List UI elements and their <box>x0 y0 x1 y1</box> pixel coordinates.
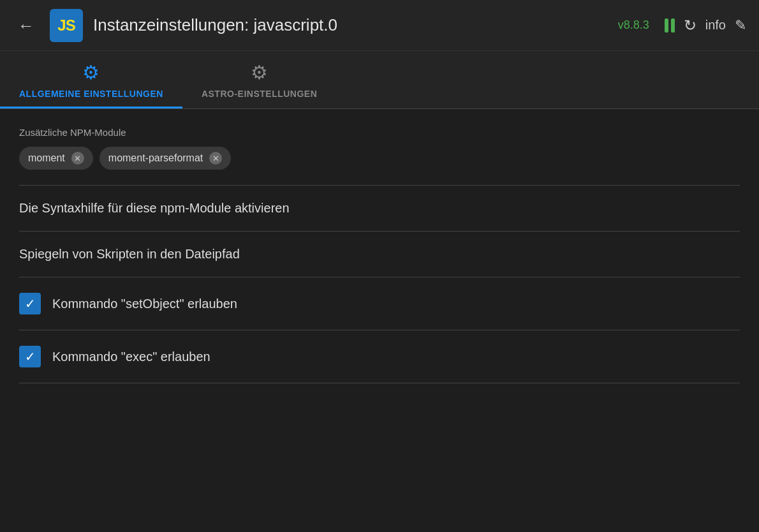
tags-container: moment ✕ moment-parseformat ✕ <box>19 147 740 170</box>
info-label: info <box>705 18 726 33</box>
tab-allgemeine[interactable]: ⚙ ALLGEMEINE EINSTELLUNGEN <box>0 51 182 108</box>
checkmark-exec: ✓ <box>25 350 36 363</box>
checkbox-setobject-label: Kommando "setObject" erlauben <box>52 297 237 311</box>
checkbox-row-setobject: ✓ Kommando "setObject" erlauben <box>19 293 740 314</box>
tag-moment-parseformat: moment-parseformat ✕ <box>99 147 232 170</box>
mirror-scripts-title: Spiegeln von Skripten in den Dateipfad <box>19 247 740 262</box>
tab-astro[interactable]: ⚙ ASTRO-EINSTELLUNGEN <box>182 51 336 108</box>
tag-moment-parseformat-remove[interactable]: ✕ <box>209 152 222 165</box>
section-setobject: ✓ Kommando "setObject" erlauben <box>19 277 740 330</box>
checkbox-exec-label: Kommando "exec" erlauben <box>52 350 210 364</box>
main-content: Zusätzliche NPM-Module moment ✕ moment-p… <box>0 109 759 401</box>
tag-moment-remove[interactable]: ✕ <box>71 152 84 165</box>
tab-astro-icon: ⚙ <box>251 61 268 84</box>
tab-astro-label: ASTRO-EINSTELLUNGEN <box>202 89 317 99</box>
checkmark-setobject: ✓ <box>25 297 36 310</box>
checkbox-setobject[interactable]: ✓ <box>19 293 41 314</box>
page-title: Instanzeinstellungen: javascript.0 <box>93 15 608 35</box>
tag-moment-text: moment <box>28 152 65 164</box>
version-badge: v8.8.3 <box>618 18 649 32</box>
tag-moment: moment ✕ <box>19 147 93 170</box>
pause-button[interactable] <box>665 18 675 33</box>
header-actions: ↻ info ✎ <box>665 17 746 34</box>
syntax-help-title: Die Syntaxhilfe für diese npm-Module akt… <box>19 201 740 216</box>
back-button[interactable]: ← <box>13 15 40 36</box>
edit-button[interactable]: ✎ <box>735 17 746 34</box>
section-syntax-help: Die Syntaxhilfe für diese npm-Module akt… <box>19 186 740 232</box>
section-exec: ✓ Kommando "exec" erlauben <box>19 330 740 383</box>
refresh-button[interactable]: ↻ <box>684 18 696 33</box>
pause-bar-right <box>671 18 675 33</box>
tabs-nav: ⚙ ALLGEMEINE EINSTELLUNGEN ⚙ ASTRO-EINST… <box>0 51 759 109</box>
pause-bar-left <box>665 18 668 33</box>
app-header: ← JS Instanzeinstellungen: javascript.0 … <box>0 0 759 51</box>
section-mirror-scripts: Spiegeln von Skripten in den Dateipfad <box>19 232 740 277</box>
checkbox-exec[interactable]: ✓ <box>19 346 41 367</box>
tag-moment-parseformat-text: moment-parseformat <box>108 152 203 164</box>
npm-modules-label: Zusätzliche NPM-Module <box>19 127 740 138</box>
js-logo: JS <box>50 9 83 42</box>
section-npm-modules: Zusätzliche NPM-Module moment ✕ moment-p… <box>19 127 740 186</box>
checkbox-row-exec: ✓ Kommando "exec" erlauben <box>19 346 740 367</box>
tab-allgemeine-icon: ⚙ <box>82 61 99 84</box>
tab-allgemeine-label: ALLGEMEINE EINSTELLUNGEN <box>19 89 163 99</box>
